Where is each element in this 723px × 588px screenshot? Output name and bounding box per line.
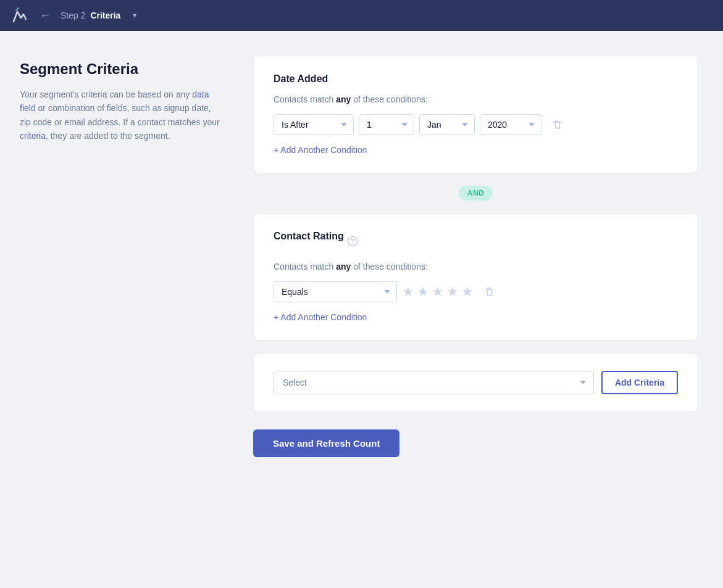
date-condition-delete-button[interactable] bbox=[549, 117, 565, 133]
sidebar-title: Segment Criteria bbox=[20, 60, 221, 78]
app-logo bbox=[10, 6, 30, 25]
star-2[interactable]: ★ bbox=[417, 284, 429, 300]
star-4[interactable]: ★ bbox=[446, 284, 459, 300]
stars-rating: ★ ★ ★ ★ ★ bbox=[402, 284, 474, 300]
rating-add-condition-button[interactable]: + Add Another Condition bbox=[274, 312, 367, 322]
select-criteria-card: Select Date Added Contact Rating Email F… bbox=[253, 353, 698, 412]
date-added-title: Date Added bbox=[274, 73, 678, 85]
star-1[interactable]: ★ bbox=[402, 284, 414, 300]
criteria-select[interactable]: Select Date Added Contact Rating Email F… bbox=[274, 371, 594, 394]
rating-condition-delete-button[interactable] bbox=[481, 284, 497, 300]
contact-rating-condition-row: Equals Is Greater Than Is Less Than ★ ★ … bbox=[274, 281, 678, 302]
criteria-link: criteria bbox=[20, 131, 46, 141]
rating-operator-select[interactable]: Equals Is Greater Than Is Less Than bbox=[274, 281, 397, 302]
add-criteria-button[interactable]: Add Criteria bbox=[601, 371, 678, 394]
sidebar: Segment Criteria Your segment's criteria… bbox=[0, 31, 241, 588]
main-layout: Segment Criteria Your segment's criteria… bbox=[0, 31, 723, 588]
date-add-condition-button[interactable]: + Add Another Condition bbox=[274, 145, 367, 155]
top-navigation: ← Step 2 Criteria ▾ bbox=[0, 0, 723, 31]
date-year-select[interactable]: 201820192020 2021202220232024 bbox=[480, 114, 541, 135]
data-field-link: data field bbox=[20, 89, 209, 113]
select-criteria-row: Select Date Added Contact Rating Email F… bbox=[274, 371, 678, 394]
star-5[interactable]: ★ bbox=[461, 284, 474, 300]
back-button[interactable]: ← bbox=[40, 9, 51, 22]
contact-rating-card: Contact Rating ? Contacts match any of t… bbox=[253, 213, 698, 341]
sidebar-description: Your segment's criteria can be based on … bbox=[20, 88, 221, 143]
date-added-card: Date Added Contacts match any of these c… bbox=[253, 56, 698, 173]
contact-rating-match-text: Contacts match any of these conditions: bbox=[274, 262, 678, 271]
star-3[interactable]: ★ bbox=[432, 284, 444, 300]
date-day-select[interactable]: 12345 678910 15202531 bbox=[359, 114, 414, 135]
and-separator: AND bbox=[253, 186, 698, 201]
and-badge: AND bbox=[459, 186, 493, 201]
date-added-condition-row: Is After Is Before Is On Is Between 1234… bbox=[274, 114, 678, 135]
save-and-refresh-button[interactable]: Save and Refresh Count bbox=[253, 429, 399, 457]
contact-rating-info-icon[interactable]: ? bbox=[348, 236, 357, 246]
date-operator-select[interactable]: Is After Is Before Is On Is Between bbox=[274, 114, 354, 135]
contact-rating-title: Contact Rating bbox=[274, 231, 344, 242]
date-added-match-text: Contacts match any of these conditions: bbox=[274, 94, 678, 104]
step-chevron-icon[interactable]: ▾ bbox=[133, 11, 136, 20]
step-indicator: Step 2 Criteria bbox=[61, 10, 120, 20]
date-month-select[interactable]: JanFebMarApr MayJunJulAug SepOctNovDec bbox=[419, 114, 475, 135]
contact-rating-title-row: Contact Rating ? bbox=[274, 231, 678, 252]
content-area: Date Added Contacts match any of these c… bbox=[241, 31, 723, 588]
